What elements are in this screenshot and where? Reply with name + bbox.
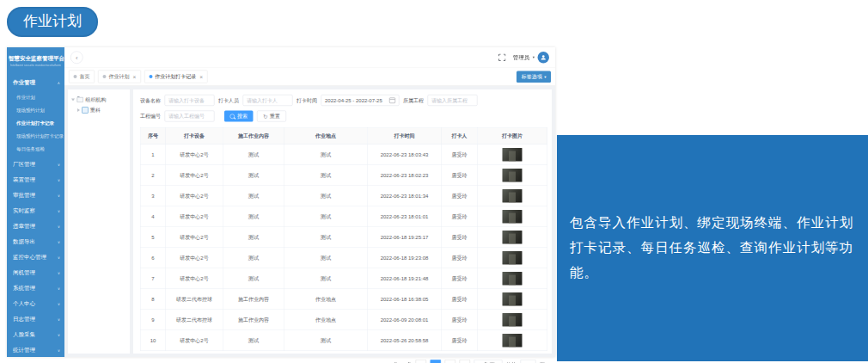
- tab-work-plan[interactable]: 作业计划×: [98, 71, 141, 83]
- table-cell-person: 唐受玲: [442, 227, 478, 248]
- table-cell-time: 2022-06-23 18:01:34: [367, 186, 442, 206]
- table-cell-content: 测试: [223, 268, 284, 289]
- table-row[interactable]: 7研发中心2号测试测试2022-06-18 19:21:48唐受玲: [140, 268, 547, 289]
- close-icon[interactable]: ×: [199, 73, 203, 80]
- sidebar-item-label: 监控中心管理: [13, 254, 46, 261]
- table-row[interactable]: 5研发中心2号测试测试2022-06-18 19:25:17唐受玲: [140, 227, 547, 248]
- sidebar-item-gate[interactable]: 闸机管理∨: [7, 265, 64, 280]
- sidebar-subitem-site-reserve-punch-records[interactable]: 现场预约计划打卡记录: [7, 129, 64, 142]
- pagination-page-2[interactable]: 2: [444, 360, 455, 363]
- punch-photo-thumbnail[interactable]: [503, 148, 523, 162]
- table-header-cell: 施工作业内容: [223, 127, 284, 145]
- sidebar-item-monitor-center[interactable]: 监控中心管理∨: [7, 249, 64, 265]
- table-cell-device: 研发中心2号: [166, 145, 223, 165]
- sidebar-item-statistics[interactable]: 统计管理∨: [7, 342, 64, 357]
- table-cell-device: 研发中心2号: [166, 330, 223, 351]
- table-row[interactable]: 1研发中心2号测试测试2022-06-23 18:03:43唐受玲: [140, 145, 547, 165]
- table-cell-content: 测试: [223, 248, 284, 268]
- table-row[interactable]: 6研发中心2号测试测试2022-06-18 19:23:08唐受玲: [140, 248, 547, 268]
- table-cell-content: 测试: [223, 145, 284, 165]
- sidebar-subitem-work-plan[interactable]: 作业计划: [7, 90, 64, 103]
- punch-photo-thumbnail[interactable]: [503, 313, 523, 327]
- table-row[interactable]: 8研发二代布控球施工作业内容作业地点2022-06-18 16:38:05唐受玲: [140, 289, 547, 310]
- pagination-page-1[interactable]: 1: [430, 360, 441, 363]
- table-cell-person: 唐受玲: [442, 145, 478, 165]
- punch-photo-thumbnail[interactable]: [503, 169, 523, 182]
- sidebar-item-data-export[interactable]: 数据导出∨: [7, 234, 64, 249]
- table-cell-content: 施工作业内容: [223, 310, 284, 330]
- table-row[interactable]: 3研发中心2号测试测试2022-06-23 18:01:34唐受玲: [140, 186, 547, 206]
- punch-time-range-picker[interactable]: 2022-04-25 - 2022-07-25: [321, 95, 400, 106]
- tab-home[interactable]: 首页: [69, 71, 95, 83]
- sidebar-item-approval[interactable]: 审批管理∨: [7, 188, 64, 203]
- collapse-sidebar-button[interactable]: ‹: [70, 51, 83, 64]
- table-cell-no: 10: [140, 330, 166, 351]
- sidebar-item-face-collection[interactable]: 人脸采集∨: [7, 327, 64, 342]
- punch-photo-thumbnail[interactable]: [503, 272, 523, 286]
- table-cell-time: 2022-06-09 20:08:01: [367, 310, 442, 330]
- calendar-icon: [389, 97, 395, 103]
- table-cell-location: 测试: [284, 248, 368, 268]
- chevron-down-icon: ∨: [58, 286, 60, 291]
- sidebar-subitem-daily-task-inspection[interactable]: 每日任务巡检: [7, 142, 64, 155]
- sidebar-subitem-work-plan-punch-records[interactable]: 作业计划打卡记录: [7, 116, 64, 129]
- project-input[interactable]: [428, 95, 478, 106]
- sidebar-item-device[interactable]: 装置管理∨: [7, 172, 64, 188]
- table-cell-location: 测试: [284, 268, 368, 289]
- tree-node-child[interactable]: 重科: [71, 105, 126, 115]
- table-row[interactable]: 2研发中心2号测试测试2022-06-23 18:02:23唐受玲: [140, 165, 547, 186]
- sidebar-subitem-site-reserve-plan[interactable]: 现场预约计划: [7, 103, 64, 116]
- table-row[interactable]: 4研发中心2号测试测试2022-06-23 18:01:01唐受玲: [140, 206, 547, 227]
- table-row[interactable]: 9研发二代布控球施工作业内容作业地点2022-06-09 20:08:01唐受玲: [140, 310, 547, 330]
- punch-photo-thumbnail[interactable]: [503, 251, 523, 265]
- fullscreen-icon[interactable]: [498, 53, 506, 61]
- sidebar-item-label: 作业管理: [13, 79, 35, 87]
- project-code-input[interactable]: [165, 111, 215, 122]
- user-menu[interactable]: 管理员 ▾: [513, 52, 549, 64]
- table-header-cell: 序号: [140, 127, 166, 145]
- table-cell-person: 唐受玲: [442, 186, 478, 206]
- pagination-prev-button[interactable]: ‹: [415, 360, 426, 363]
- chevron-down-icon: ∨: [58, 240, 60, 244]
- app-window: 智慧安全监察管理平台 Intelligent security monitori…: [7, 47, 555, 357]
- project-code-label: 工程编号: [140, 113, 161, 120]
- punch-photo-thumbnail[interactable]: [503, 189, 523, 203]
- close-icon[interactable]: ×: [133, 73, 137, 80]
- sidebar-item-system[interactable]: 系统管理∨: [7, 280, 64, 296]
- pagination-next-button[interactable]: ›: [459, 360, 470, 363]
- search-button[interactable]: 搜索: [224, 111, 254, 122]
- tab-label: 作业计划: [109, 73, 130, 81]
- tab-label: 首页: [80, 73, 90, 81]
- punch-photo-thumbnail[interactable]: [503, 334, 523, 348]
- punch-person-input[interactable]: [243, 95, 293, 106]
- page-size-select[interactable]: 10条/页 ▾: [474, 360, 502, 363]
- sidebar-item-violation[interactable]: 违章管理∨: [7, 218, 64, 234]
- filter-row-2: 工程编号 搜索 ↻ 重置: [140, 111, 545, 122]
- punch-photo-thumbnail[interactable]: [503, 292, 523, 306]
- table-header-cell: 打卡设备: [166, 127, 223, 145]
- table-cell-photo: [477, 186, 547, 206]
- punch-photo-thumbnail[interactable]: [503, 210, 523, 224]
- sidebar-item-personal-center[interactable]: 个人中心∨: [7, 296, 64, 311]
- table-header-cell: 打卡图片: [477, 127, 547, 145]
- sidebar-submenu: 作业计划现场预约计划作业计划打卡记录现场预约计划打卡记录每日任务巡检: [7, 90, 64, 157]
- sidebar-item-work-management[interactable]: 作业管理∧: [7, 75, 64, 90]
- sidebar-menu: 作业管理∧作业计划现场预约计划作业计划打卡记录现场预约计划打卡记录每日任务巡检厂…: [7, 75, 64, 357]
- reset-button[interactable]: ↻ 重置: [257, 111, 286, 122]
- table-row[interactable]: 10研发中心2号测试测试2022-05-26 20:58:58唐受玲: [140, 330, 547, 351]
- sidebar-item-log[interactable]: 日志管理∨: [7, 311, 64, 327]
- tab-work-plan-punch-records[interactable]: 作业计划打卡记录×: [144, 71, 208, 83]
- user-avatar: [538, 52, 550, 64]
- device-name-input[interactable]: [165, 95, 215, 106]
- tree-node-root[interactable]: 组织机构: [71, 95, 126, 105]
- sidebar-item-realtime-monitor[interactable]: 实时监察∨: [7, 203, 64, 218]
- table-cell-content: 测试: [223, 227, 284, 248]
- pagination-pages: 12: [430, 360, 455, 363]
- table-cell-no: 7: [140, 268, 166, 289]
- goto-page-input[interactable]: [521, 360, 536, 363]
- app-logo-subtitle: Intelligent security monitoring platform: [9, 64, 63, 67]
- punch-photo-thumbnail[interactable]: [503, 231, 523, 244]
- sidebar-item-factory-area[interactable]: 厂区管理∨: [7, 157, 64, 172]
- caret-right-icon: [77, 108, 80, 112]
- tab-options-button[interactable]: 标签选项 ▾: [517, 71, 551, 83]
